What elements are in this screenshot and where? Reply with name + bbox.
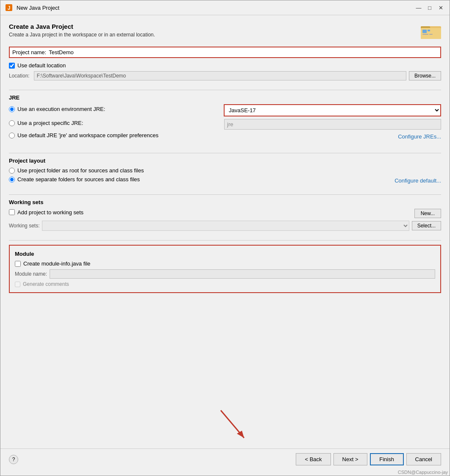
separator-working-sets	[9, 194, 441, 195]
configure-default-link[interactable]: Configure default...	[394, 177, 441, 184]
working-sets-section: Working sets Add project to working sets…	[9, 199, 441, 231]
location-row: Location: Browse...	[9, 71, 441, 80]
module-name-label: Module name:	[15, 271, 47, 277]
jre-option2-row: Use a project specific JRE: jre	[9, 119, 441, 130]
working-sets-select[interactable]	[42, 221, 409, 231]
layout-option1-label: Use project folder as root for sources a…	[17, 167, 144, 174]
configure-jres-link[interactable]: Configure JREs...	[398, 133, 441, 140]
use-default-location-row: Use default location	[9, 62, 441, 69]
jre-option1-row: Use an execution environment JRE: JavaSE…	[9, 104, 441, 116]
watermark: CSDN@Cappuccino-jay	[0, 470, 450, 476]
separator-module	[9, 240, 441, 241]
svg-rect-5	[422, 30, 427, 33]
page-header: Create a Java Project Create a Java proj…	[9, 23, 441, 40]
maximize-button[interactable]: □	[425, 3, 434, 12]
create-module-row: Create module-info.java file	[15, 260, 435, 267]
footer-left: ?	[9, 455, 18, 464]
svg-text:J: J	[8, 5, 11, 11]
title-bar-controls: — □ ✕	[414, 3, 445, 12]
location-input[interactable]	[34, 71, 406, 80]
title-text: New Java Project	[17, 5, 59, 11]
page-subtitle: Create a Java project in the workspace o…	[9, 32, 155, 38]
jre-option2-radio[interactable]	[9, 120, 15, 126]
separator-layout	[9, 153, 441, 153]
svg-rect-7	[422, 34, 428, 35]
project-layout-label: Project layout	[9, 158, 441, 164]
generate-comments-checkbox[interactable]	[15, 282, 20, 287]
separator-jre	[9, 90, 441, 90]
new-working-set-button[interactable]: New...	[414, 209, 441, 218]
footer: ? < Back Next > Finish Cancel	[0, 448, 450, 470]
title-bar: J New Java Project — □ ✕	[0, 0, 450, 15]
close-button[interactable]: ✕	[436, 3, 445, 12]
jre-option1-select[interactable]: JavaSE-17	[224, 104, 441, 116]
create-module-checkbox[interactable]	[15, 261, 21, 267]
module-name-input[interactable]	[50, 269, 435, 279]
working-sets-add-row: Add project to working sets New...	[9, 209, 441, 218]
folder-icon	[421, 23, 441, 40]
layout-option1-row: Use project folder as root for sources a…	[9, 167, 441, 174]
layout-option2-row: Create separate folders for sources and …	[9, 176, 441, 185]
module-section-label: Module	[15, 251, 435, 257]
project-name-label: Project name:	[12, 49, 46, 55]
create-module-label: Create module-info.java file	[23, 260, 90, 267]
next-button[interactable]: Next >	[333, 453, 367, 465]
jre-option3-label: Use default JRE 'jre' and workspace comp…	[17, 132, 158, 138]
title-bar-left: J New Java Project	[5, 3, 59, 12]
red-arrow	[212, 406, 255, 444]
jre-option1-radio[interactable]	[9, 106, 15, 112]
svg-rect-6	[428, 30, 430, 31]
module-name-row: Module name:	[15, 269, 435, 279]
jre-option3-radio-row: Use default JRE 'jre' and workspace comp…	[9, 132, 158, 138]
svg-marker-10	[237, 431, 244, 438]
jre-section-label: JRE	[9, 94, 441, 101]
page-title: Create a Java Project	[9, 23, 155, 30]
select-working-set-button[interactable]: Select...	[412, 221, 441, 230]
location-label: Location:	[9, 73, 30, 79]
layout-option2-radio-row: Create separate folders for sources and …	[9, 176, 140, 183]
project-name-row: Project name:	[9, 47, 441, 58]
dialog-window: J New Java Project — □ ✕ Create a Java P…	[0, 0, 450, 476]
browse-button[interactable]: Browse...	[409, 71, 441, 80]
jre-option1-radio-row: Use an execution environment JRE:	[9, 106, 219, 112]
jre-option3-row: Use default JRE 'jre' and workspace comp…	[9, 132, 441, 141]
use-default-location-label: Use default location	[17, 62, 66, 69]
content-area: Create a Java Project Create a Java proj…	[0, 15, 450, 448]
use-default-location-checkbox[interactable]	[9, 63, 15, 69]
jre-option3-radio[interactable]	[9, 133, 15, 138]
help-button[interactable]: ?	[9, 455, 18, 464]
cancel-button[interactable]: Cancel	[406, 453, 441, 465]
jre-option2-label: Use a project specific JRE:	[17, 120, 83, 126]
svg-rect-8	[429, 34, 433, 35]
working-sets-select-row: Working sets: Select...	[9, 221, 441, 231]
generate-comments-label: Generate comments	[23, 281, 69, 287]
project-layout-section: Project layout Use project folder as roo…	[9, 158, 441, 185]
working-sets-field-label: Working sets:	[9, 223, 39, 229]
module-section: Module Create module-info.java file Modu…	[9, 245, 441, 293]
project-name-input[interactable]	[49, 49, 438, 55]
add-working-sets-label: Add project to working sets	[17, 209, 83, 216]
back-button[interactable]: < Back	[296, 453, 331, 465]
jre-section: JRE Use an execution environment JRE: Ja…	[9, 94, 441, 144]
jre-option2-radio-row: Use a project specific JRE:	[9, 120, 220, 126]
footer-buttons: < Back Next > Finish Cancel	[296, 453, 441, 465]
layout-option2-radio[interactable]	[9, 177, 15, 183]
minimize-button[interactable]: —	[414, 3, 423, 12]
svg-rect-4	[421, 28, 441, 39]
generate-comments-row: Generate comments	[15, 281, 435, 287]
add-working-sets-checkbox-row: Add project to working sets	[9, 209, 83, 216]
layout-option1-radio[interactable]	[9, 168, 15, 174]
add-working-sets-checkbox[interactable]	[9, 209, 15, 215]
java-icon: J	[5, 3, 13, 12]
working-sets-label: Working sets	[9, 199, 441, 205]
finish-button[interactable]: Finish	[370, 453, 404, 465]
jre-option2-value: jre	[224, 119, 441, 130]
jre-option1-label: Use an execution environment JRE:	[17, 106, 105, 112]
header-text: Create a Java Project Create a Java proj…	[9, 23, 155, 38]
arrow-area	[9, 298, 441, 444]
layout-option2-label: Create separate folders for sources and …	[17, 176, 140, 183]
